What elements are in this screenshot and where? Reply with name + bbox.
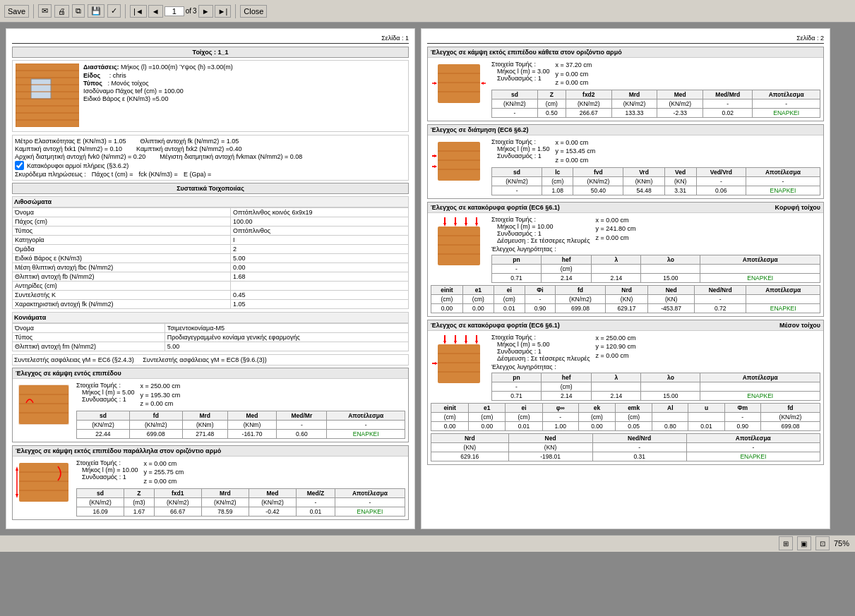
- eidiko-value: =5.00: [153, 95, 169, 102]
- check3-content: Στοιχεία Τομής : Μήκος l (m) = 3.00 Συνδ…: [431, 61, 820, 118]
- check1-title: Έλεγχος σε κάμψη εντός επιπέδου: [13, 368, 408, 379]
- check5-subtitle: Κορυφή τοίχου: [775, 204, 820, 211]
- check1-table: sdfdMrdMedMed/MrΑποτέλεσμα (KN/m2)(KN/m2…: [76, 411, 405, 439]
- svg-rect-51: [438, 344, 480, 383]
- page-first-button[interactable]: |◄: [130, 5, 147, 18]
- svg-marker-48: [465, 223, 467, 227]
- check6-syndiasmoi: Συνδυασμός : 1: [497, 348, 590, 355]
- svg-rect-23: [438, 64, 480, 103]
- iso-value: 100.00: [164, 87, 184, 95]
- page-prev-button[interactable]: ◄: [148, 5, 163, 18]
- check6-coords: x = 250.00 cm y = 120.90 cm z = 0.00 cm: [596, 334, 636, 362]
- iso-label: Ισοδύναμο Πάχος tef (cm) =: [83, 87, 162, 95]
- svg-marker-44: [443, 223, 446, 227]
- check4-mikos: Μήκος l (m) = 1.50: [497, 145, 550, 152]
- asfaleia-row: Συντελεστής ασφάλειας γΜ = EC6 (§2.4.3) …: [12, 354, 409, 366]
- page2-label: Σελίδα : 2: [796, 35, 824, 42]
- toolbar-btn-save2[interactable]: 💾: [88, 4, 104, 18]
- svg-marker-50: [475, 223, 478, 227]
- dim-label: Διαστάσεις:: [83, 64, 119, 71]
- page-last-button[interactable]: ►|: [215, 5, 232, 18]
- check5-data: Στοιχεία Τομής : Μήκος l (m) = 10.00 Συν…: [491, 216, 820, 283]
- toolbar-btn-copy[interactable]: ⧉: [72, 4, 85, 18]
- katakorfoi-label: Κατακόρυφοι αρμοί πλήρεις (§3.6.2): [27, 162, 128, 169]
- dim-value: Μήκος (l) =10.00(m) Ύψος (h) =3.00(m): [121, 64, 233, 71]
- svg-marker-64: [435, 362, 438, 365]
- footer-icon-2[interactable]: ▣: [797, 536, 811, 550]
- lithosomata-table: ΌνομαΟπτόπλινθος κοινός 6x9x19Πάχος (cm)…: [12, 207, 409, 309]
- check5-mikos: Μήκος l (m) = 10.00: [497, 223, 590, 230]
- wall-image-1: [16, 64, 79, 127]
- asfaleia-ec6: EC6 (§2.4.3): [98, 356, 134, 363]
- toolbar-separator-3: [235, 4, 236, 18]
- svg-marker-46: [454, 223, 457, 227]
- check4-coords: x = 0.00 cm y = 153.45 cm z = 0.00 cm: [556, 138, 596, 165]
- svg-rect-11: [19, 385, 68, 424]
- check6-subtitle: Μέσον τοίχου: [779, 322, 820, 329]
- check3-mikos: Μήκος l (m) = 3.00: [497, 68, 550, 75]
- toolbar-btn-mail[interactable]: ✉: [38, 4, 52, 18]
- skyrodema-fck: fck (ΚΝ/m3) =: [139, 171, 178, 178]
- check2-coords: x = 0.00 cm y = 255.75 cm z = 0.00 cm: [144, 459, 184, 486]
- check6-content: Στοιχεία Τομής : Μήκος l (m) = 5.00 Συνδ…: [431, 334, 820, 401]
- save-button[interactable]: Save: [4, 5, 29, 18]
- toolbar: Save ✉ 🖨 ⧉ 💾 ✓ |◄ ◄ 1 of 3 ► ►| Close: [0, 0, 855, 23]
- katakorfoi-checkbox[interactable]: [15, 161, 24, 170]
- check2-title: Έλεγχος σε κάμψη εκτός επιπέδου παράλληλ…: [13, 446, 408, 457]
- fxk1-label: Καμπτική αντοχή fxk1 (N/mm2): [15, 145, 102, 152]
- check2-wall-image: [16, 459, 72, 505]
- typology-value: Μονός τοίχος: [111, 80, 148, 87]
- page-current-input[interactable]: 1: [165, 6, 184, 16]
- toolbar-btn-print[interactable]: 🖨: [54, 5, 69, 18]
- close-button[interactable]: Close: [240, 5, 267, 18]
- koniamata-table: ΌνομαΤσιμεντοκονίαμα-M5ΤύποςΠροδιαγεγραμ…: [12, 323, 409, 351]
- kamptiki1-label: Θλιπτική αντοχή fk (N/mm2): [140, 138, 219, 145]
- wall-title: Τοίχος : 1_1: [12, 47, 409, 58]
- footer: ⊞ ▣ ⊡ 75%: [0, 535, 855, 552]
- fxk2-value: =0.40: [226, 145, 242, 152]
- check4-section: Έλεγχος σε διάτμηση (EC6 §6.2): [427, 124, 824, 199]
- elastic-value: = 1.05: [108, 138, 126, 145]
- toolbar-btn-check[interactable]: ✓: [107, 4, 121, 18]
- check1-section: Έλεγχος σε κάμψη εντός επιπέδου Στοιχεία…: [12, 368, 409, 442]
- zoom-label: 75%: [834, 539, 849, 548]
- page-next-button[interactable]: ►: [198, 5, 213, 18]
- check2-mikos: Μήκος l (m) = 10.00: [82, 466, 138, 473]
- fxk1-value: = 0.10: [104, 145, 122, 152]
- fxk2-label: Καμπτική αντοχή fxk2 (N/mm2): [136, 145, 224, 152]
- check1-data: Στοιχεία Τομής : Μήκος l (m) = 5.00 Συνδ…: [76, 382, 405, 439]
- check5-content: Στοιχεία Τομής : Μήκος l (m) = 10.00 Συν…: [431, 216, 820, 283]
- svg-rect-16: [19, 463, 68, 502]
- check6-table2: einite1eiφ∞ekemkAluΦmfd (cm)(cm)(cm)-(cm…: [431, 403, 820, 431]
- page-1: Σελίδα : 1 Τοίχος : 1_1: [6, 28, 415, 529]
- check6-elegxos-label: Έλεγχος λυγηρότητας :: [491, 363, 820, 370]
- check4-title: Έλεγχος σε διάτμηση (EC6 §6.2): [428, 125, 823, 135]
- arxiki-value: = 0.20: [128, 153, 145, 160]
- asfaleia-label: Συντελεστής ασφάλειας γΜ =: [14, 356, 96, 363]
- check6-table3: NrdNedNed/NrdΑποτέλεσμα (KN)(KN)--629.16…: [431, 433, 820, 461]
- check4-content: Στοιχεία Τομής : Μήκος l (m) = 1.50 Συνδ…: [431, 138, 820, 195]
- check5-section: Έλεγχος σε κατακόρυφα φορτία (EC6 §6.1) …: [427, 202, 824, 317]
- svg-marker-36: [434, 155, 437, 157]
- check1-wall-image: [16, 382, 72, 428]
- svg-marker-58: [454, 341, 457, 344]
- footer-icon-3[interactable]: ⊡: [815, 536, 830, 550]
- check4-table: sdlcfvdVrdVedVed/VrdΑποτέλεσμα (KN/m2)(c…: [491, 167, 820, 195]
- check6-mikos: Μήκος l (m) = 5.00: [497, 341, 590, 348]
- footer-icon-1[interactable]: ⊞: [779, 536, 793, 550]
- check5-elegxos-label: Έλεγχος λυγηρότητας :: [491, 246, 820, 253]
- check5-title: Έλεγχος σε κατακόρυφα φορτία (EC6 §6.1) …: [428, 203, 823, 213]
- check1-coords: x = 250.00 cm y = 195.30 cm z = 0.00 cm: [140, 382, 181, 409]
- skyrodema-paxos: Πάχος t (cm) =: [92, 171, 133, 178]
- elastic-label: Μέτρο Ελαστικότητας E (ΚΝ/m3): [15, 138, 107, 145]
- check1-stoixeia: Στοιχεία Τομής :: [76, 382, 121, 389]
- svg-rect-2: [31, 79, 51, 99]
- toolbar-separator-1: [33, 4, 34, 18]
- page1-header: Σελίδα : 1: [12, 35, 409, 44]
- check2-stoixeia: Στοιχεία Τομής :: [76, 459, 121, 466]
- svg-marker-22: [16, 494, 18, 498]
- check5-table1: pnhefλλοΑποτέλεσμα -(cm)0.712.142.1415.0…: [491, 255, 820, 283]
- check6-wall-image: [431, 334, 487, 387]
- typology-label: Τύπος: [83, 80, 102, 87]
- check2-content: Στοιχεία Τομής : Μήκος l (m) = 10.00 Συν…: [16, 459, 405, 517]
